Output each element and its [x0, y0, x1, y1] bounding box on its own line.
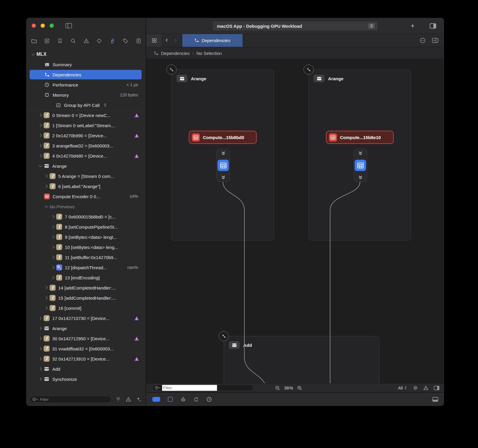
debug-area-toggle[interactable] — [152, 397, 160, 402]
breakpoint-icon[interactable] — [96, 38, 102, 44]
sidebar-row-arange[interactable]: Arange — [27, 161, 146, 171]
disclosure-chevron[interactable] — [38, 368, 43, 370]
minimize-window-button[interactable] — [41, 24, 45, 28]
metal-capture-icon[interactable] — [109, 38, 116, 44]
canvas-filter-input[interactable] — [162, 385, 217, 391]
breadcrumb-selection[interactable]: No Selection — [197, 51, 222, 56]
disclosure-chevron[interactable] — [38, 144, 43, 147]
tag-icon[interactable] — [122, 38, 129, 44]
toggle-inspector-icon[interactable] — [428, 22, 437, 30]
resource-preview-widget[interactable] — [353, 149, 367, 182]
disclosure-chevron[interactable] — [50, 246, 55, 248]
disclosure-chevron[interactable] — [38, 347, 43, 350]
matrix-buffer-icon[interactable] — [217, 160, 229, 171]
disclosure-chevron[interactable] — [38, 114, 43, 116]
sidebar-row-synchronize[interactable]: Synchronize — [27, 374, 146, 384]
disclosure-chevron[interactable] — [50, 276, 55, 279]
sidebar-row-0-stream-0-device-newc[interactable]: f0 Stream 0 = [Device newC... — [27, 110, 146, 120]
command-buffer-group-arange-1[interactable]: Arange Compute...15b8bd0 — [171, 70, 274, 241]
collapse-group-button[interactable] — [304, 64, 314, 75]
refresh-icon[interactable] — [194, 397, 199, 402]
breadcrumb-root[interactable]: Dependencies — [161, 51, 190, 56]
matrix-buffer-icon[interactable] — [355, 160, 366, 171]
double-chevron-icon[interactable] — [358, 175, 363, 179]
resource-preview-widget[interactable] — [216, 149, 230, 182]
issues-icon[interactable] — [125, 396, 131, 402]
scope-dropdown[interactable]: All — [398, 386, 407, 390]
compute-encoder-node[interactable]: Compute...15b8e10 — [326, 131, 394, 144]
disclosure-chevron[interactable] — [50, 215, 55, 218]
zoom-out-icon[interactable] — [275, 385, 280, 391]
sidebar-row-11-setbuffer-0x14270b9[interactable]: f11 [setBuffer:0x14270b9... — [27, 252, 146, 262]
canvas-filter-field[interactable] — [152, 384, 254, 391]
collapse-group-button[interactable] — [166, 64, 177, 75]
sidebar-filter-field[interactable] — [30, 396, 111, 403]
add-editor-icon[interactable] — [432, 38, 438, 43]
disclosure-chevron[interactable] — [38, 317, 43, 319]
sidebar-row-performance[interactable]: Performance< 1 µs — [27, 80, 146, 90]
bug-icon[interactable] — [180, 397, 186, 402]
issues-icon[interactable] — [423, 385, 428, 390]
toggle-sidebar-icon[interactable] — [65, 22, 73, 29]
sidebar-row-5-arange-stream-0-com[interactable]: f5 Arange = [Stream 0 com... — [27, 171, 146, 181]
magic-icon[interactable] — [136, 396, 142, 402]
sidebar-row-7-0x6000015b8bd0-c[interactable]: f7 0x6000015b8bd0 = [c... — [27, 212, 146, 222]
stop-button[interactable] — [168, 397, 173, 402]
collapse-group-button[interactable] — [219, 331, 229, 341]
command-buffer-group-arange-2[interactable]: Arange Compute...15b8e10 — [309, 70, 411, 241]
sidebar-row-10-setbytes-data-leng[interactable]: f10 [setBytes:<data> leng... — [27, 242, 146, 252]
disclosure-chevron[interactable] — [38, 337, 43, 340]
double-chevron-icon[interactable] — [221, 151, 226, 155]
settings-gear-icon[interactable] — [413, 385, 418, 390]
forward-button[interactable]: › — [171, 34, 180, 47]
disclosure-chevron[interactable] — [38, 124, 43, 127]
group-by-stepper[interactable] — [103, 103, 107, 107]
sidebar-row-14-addcompletedhandler[interactable]: f14 [addCompletedHandler:... — [27, 283, 146, 293]
sidebar-row-32-0x142713910-device[interactable]: f32 0x142713910 = [Device... — [27, 354, 146, 364]
sidebar-row-summary[interactable]: Summary — [27, 59, 146, 70]
sidebar-row-30-0x142712950-device[interactable]: f30 0x142712950 = [Device... — [27, 333, 146, 344]
sidebar-row-no-previews[interactable]: No Previews — [27, 201, 146, 212]
disclosure-chevron[interactable] — [38, 155, 43, 157]
sidebar-row-17-0x142710730-device[interactable]: f17 0x142710730 = [Device... — [27, 313, 146, 323]
sidebar-row-16-commit[interactable]: f16 [commit] — [27, 303, 146, 313]
close-square-icon[interactable] — [44, 38, 50, 44]
disclosure-chevron[interactable] — [44, 185, 49, 187]
sidebar-row-group-by-api-call[interactable]: CGroup by API Call — [27, 100, 146, 110]
new-tab-button[interactable]: + — [408, 22, 417, 30]
disclosure-chevron[interactable] — [50, 256, 55, 258]
sidebar-row-15-addcompletedhandler[interactable]: f15 [addCompletedHandler:... — [27, 293, 146, 303]
disclosure-chevron[interactable] — [50, 266, 55, 269]
back-button[interactable]: ‹ — [162, 34, 171, 47]
disclosure-chevron[interactable] — [38, 327, 43, 330]
sidebar-row-8-setcomputepipelinest[interactable]: f8 [setComputePipelineSt... — [27, 222, 146, 232]
double-chevron-icon[interactable] — [358, 151, 363, 155]
disclosure-chevron[interactable] — [38, 358, 43, 360]
scope-lines-icon[interactable] — [115, 396, 121, 402]
close-window-button[interactable] — [32, 24, 36, 28]
sidebar-row-12-dispatchthread[interactable]: 12 [dispatchThread...nan% — [27, 262, 146, 273]
disclosure-chevron[interactable] — [38, 134, 43, 137]
disclosure-chevron[interactable] — [50, 236, 55, 238]
command-buffer-group-add[interactable]: Add — [224, 336, 379, 383]
toggle-debug-panel-icon[interactable] — [432, 397, 438, 402]
sidebar-row-arange[interactable]: Arange — [27, 323, 146, 333]
tab-overview-icon[interactable] — [146, 34, 162, 47]
sidebar-row-4-0x14270d480-device[interactable]: f4 0x14270d480 = [Device... — [27, 151, 146, 161]
folder-icon[interactable] — [30, 38, 37, 44]
sidebar-filter-input[interactable] — [39, 397, 108, 402]
disclosure-chevron[interactable] — [31, 54, 36, 55]
disclosure-chevron[interactable] — [50, 226, 55, 228]
more-options-icon[interactable] — [420, 38, 425, 43]
disclosure-chevron[interactable] — [44, 206, 49, 207]
sidebar-row-9-setbytes-data-lengt[interactable]: f9 [setBytes:<data> lengt... — [27, 232, 146, 242]
sidebar-row-dependencies[interactable]: Dependencies — [27, 70, 146, 80]
disclosure-chevron[interactable] — [44, 175, 49, 177]
sidebar-row-mlx[interactable]: MLX — [27, 49, 146, 59]
disclosure-chevron[interactable] — [44, 307, 49, 309]
tab-dependencies[interactable]: Dependencies — [182, 34, 243, 47]
issues-icon[interactable] — [83, 38, 90, 44]
sidebar-row-compute-encoder-0-0[interactable]: Compute Encoder 0 0...inf% — [27, 191, 146, 201]
zoom-in-icon[interactable] — [297, 385, 302, 391]
performance-gauge-icon[interactable] — [206, 397, 212, 402]
